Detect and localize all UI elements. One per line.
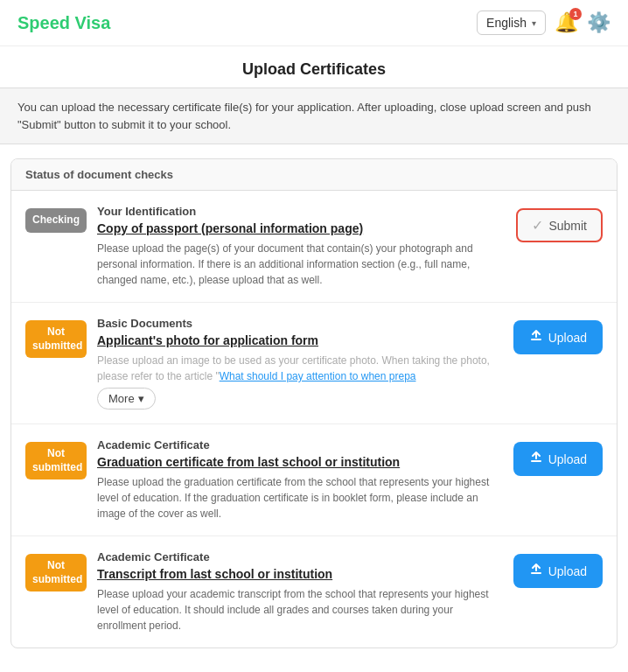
upload-icon (529, 563, 543, 579)
notification-bell[interactable]: 🔔 1 (555, 11, 578, 34)
upload-icon (529, 451, 543, 467)
notification-badge: 1 (569, 8, 582, 20)
doc-content: Basic Documents Applicant's photo for ap… (97, 317, 503, 410)
doc-description: Please upload an image to be used as you… (97, 353, 503, 384)
doc-description: Please upload your academic transcript f… (97, 586, 503, 634)
doc-title: Graduation certificate from last school … (97, 455, 503, 469)
section-header: Status of document checks (11, 159, 617, 191)
submit-button[interactable]: ✓ Submit (516, 208, 603, 242)
svg-rect-4 (531, 572, 541, 574)
doc-action: Upload (513, 554, 603, 588)
table-row: Notsubmitted Academic Certificate Gradua… (11, 424, 617, 536)
chevron-down-icon: ▾ (138, 392, 144, 405)
upload-button[interactable]: Upload (513, 320, 603, 354)
info-banner: You can upload the necessary certificate… (0, 88, 628, 144)
table-row: Notsubmitted Basic Documents Applicant's… (11, 303, 617, 424)
doc-category: Academic Certificate (97, 550, 503, 564)
svg-rect-0 (531, 339, 541, 340)
more-button[interactable]: More ▾ (97, 388, 156, 410)
doc-title: Applicant's photo for application form (97, 333, 503, 347)
table-row: Checking Your Identification Copy of pas… (11, 191, 617, 303)
gear-icon[interactable]: ⚙️ (587, 11, 611, 34)
doc-action: Upload (513, 320, 603, 354)
doc-title: Transcript from last school or instituti… (97, 567, 503, 581)
doc-content: Academic Certificate Transcript from las… (97, 550, 503, 634)
doc-title: Copy of passport (personal information p… (97, 221, 506, 235)
upload-icon (529, 329, 543, 346)
what-should-link[interactable]: What should I pay attention to when prep… (220, 370, 416, 382)
status-badge: Checking (25, 208, 87, 233)
doc-category: Basic Documents (97, 317, 503, 330)
doc-action: ✓ Submit (516, 208, 603, 242)
language-selector[interactable]: English ▾ (477, 10, 546, 35)
logo: Speed Visa (17, 13, 110, 33)
doc-action: Upload (513, 442, 603, 476)
status-badge: Notsubmitted (25, 320, 87, 358)
doc-category: Academic Certificate (97, 438, 503, 452)
chevron-down-icon: ▾ (532, 18, 536, 28)
doc-description: Please upload the graduation certificate… (97, 474, 503, 522)
status-badge: Notsubmitted (25, 442, 87, 480)
table-row: Notsubmitted Academic Certificate Transc… (11, 536, 617, 648)
doc-content: Your Identification Copy of passport (pe… (97, 205, 506, 288)
svg-rect-2 (531, 460, 541, 462)
status-badge: Notsubmitted (25, 554, 87, 592)
doc-content: Academic Certificate Graduation certific… (97, 438, 503, 522)
page-title: Upload Certificates (0, 46, 628, 88)
language-label: English (486, 16, 527, 30)
upload-button[interactable]: Upload (513, 442, 603, 476)
main-content: Status of document checks Checking Your … (0, 144, 628, 672)
doc-description: Please upload the page(s) of your docume… (97, 241, 506, 288)
header-right: English ▾ 🔔 1 ⚙️ (477, 10, 611, 35)
doc-category: Your Identification (97, 205, 506, 218)
document-checks-section: Status of document checks Checking Your … (10, 158, 618, 648)
check-circle-icon: ✓ (532, 217, 543, 234)
upload-button[interactable]: Upload (513, 554, 603, 588)
header: Speed Visa English ▾ 🔔 1 ⚙️ (0, 0, 628, 46)
